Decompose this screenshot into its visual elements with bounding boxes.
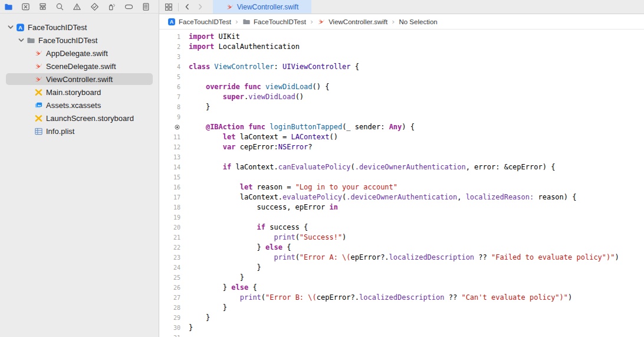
line-number[interactable]: 19 [159,212,184,223]
code-line[interactable]: 20 if success { [159,223,644,233]
line-number[interactable]: 5 [159,72,184,82]
line-number[interactable]: 24 [159,263,184,273]
line-number[interactable]: 2 [159,42,184,52]
ibaction-connector-icon[interactable] [159,122,184,132]
code-line[interactable]: 2import LocalAuthentication [159,42,644,52]
breadcrumb-item-3[interactable]: ViewController.swift [317,18,387,26]
navigate-back-button[interactable] [182,2,192,12]
line-number[interactable]: 8 [159,102,184,112]
code-token: ?? [474,253,491,261]
line-number[interactable]: 6 [159,82,184,92]
sidebar-item-appdelegate-swift[interactable]: AppDelegate.swift [0,47,159,60]
tab-viewcontroller-swift[interactable]: ViewController.swift [213,0,311,14]
line-number[interactable]: 28 [159,303,184,313]
sidebar-item-launchscreen-storyboard[interactable]: LaunchScreen.storyboard [0,112,159,125]
source-editor[interactable]: 1import UIKit2import LocalAuthentication… [159,30,644,337]
navigate-forward-button[interactable] [195,2,205,12]
related-items-grid-icon[interactable] [164,2,173,12]
sidebar-item-main-storyboard[interactable]: Main.storyboard [0,86,159,99]
code-line[interactable]: 1import UIKit [159,32,644,42]
breadcrumb-item-2[interactable]: FaceTouchIDTest [242,18,306,26]
line-number[interactable]: 27 [159,293,184,303]
navigator-tab-find-navigator[interactable] [55,2,64,11]
code-token: } [189,273,244,282]
breadcrumb-label: FaceTouchIDTest [254,18,306,25]
code-line[interactable]: 7 super.viewDidLoad() [159,92,644,102]
line-number[interactable]: 18 [159,202,184,212]
line-number[interactable]: 3 [159,52,184,62]
code-line[interactable]: 29 } [159,313,644,323]
sidebar-item-viewcontroller-swift[interactable]: ViewController.swift [0,73,159,86]
line-number[interactable]: 22 [159,243,184,253]
navigator-tab-issue-navigator[interactable] [73,2,81,11]
code-line[interactable]: 17 laContext.evaluatePolicy(.deviceOwner… [159,192,644,202]
code-line[interactable]: 9 [159,112,644,122]
sidebar-item-facetouchidtest[interactable]: FaceTouchIDTest [0,34,159,47]
code-line[interactable]: 28 } [159,303,644,313]
code-line-text: let reason = "Log in to your account" [184,182,397,192]
sidebar-item-assets-xcassets[interactable]: Assets.xcassets [0,99,159,112]
code-line[interactable]: 5 [159,72,644,82]
disclosure-triangle[interactable] [17,35,26,45]
line-number[interactable]: 7 [159,92,184,102]
breadcrumb-item-1[interactable]: AFaceTouchIDTest [167,18,231,26]
line-number[interactable]: 30 [159,323,184,333]
line-number[interactable]: 23 [159,253,184,263]
code-line[interactable]: 23 print("Error A: \(epError?.localizedD… [159,253,644,263]
code-token: NSError [278,143,308,151]
code-line[interactable]: 16 let reason = "Log in to your account" [159,182,644,192]
line-number[interactable]: 4 [159,62,184,72]
line-number[interactable]: 29 [159,313,184,323]
line-number[interactable]: 20 [159,223,184,233]
navigator-tab-breakpoint-navigator[interactable] [124,2,133,11]
code-line-text: print("Error A: \(epError?.localizedDesc… [184,253,619,263]
line-number[interactable]: 15 [159,172,184,182]
line-number[interactable]: 9 [159,112,184,122]
code-line[interactable]: 3 [159,52,644,62]
code-line[interactable]: 15 [159,172,644,182]
line-number[interactable]: 31 [159,333,184,337]
code-line[interactable]: 13 [159,152,644,162]
line-number[interactable]: 17 [159,192,184,202]
code-line[interactable]: 25 } [159,273,644,283]
line-number[interactable]: 26 [159,283,184,293]
code-line[interactable]: 4class ViewController: UIViewController … [159,62,644,72]
navigator-tab-project-navigator[interactable] [4,2,13,11]
line-number[interactable]: 1 [159,32,184,42]
navigator-tab-debug-navigator[interactable] [107,2,116,11]
code-line-text: let laContext = LAContext() [184,132,338,142]
line-number[interactable]: 16 [159,182,184,192]
code-line[interactable]: 12 var cepError:NSError? [159,142,644,152]
code-line[interactable]: 18 success, epError in [159,202,644,212]
code-token [189,143,223,151]
navigator-tab-symbol-navigator[interactable] [38,2,47,11]
line-number[interactable]: 13 [159,152,184,162]
disclosure-triangle[interactable] [6,22,15,32]
line-number[interactable]: 12 [159,142,184,152]
sidebar-item-info-plist[interactable]: Info.plist [0,125,159,138]
code-line[interactable]: 26 } else { [159,283,644,293]
line-number[interactable]: 14 [159,162,184,172]
code-line[interactable]: 19 [159,212,644,223]
code-line[interactable]: @IBAction func loginButtonTapped(_ sende… [159,122,644,132]
line-number[interactable]: 21 [159,233,184,243]
code-line[interactable]: 11 let laContext = LAContext() [159,132,644,142]
code-line[interactable]: 30} [159,323,644,333]
code-line[interactable]: 8 } [159,102,644,112]
code-line[interactable]: 31 [159,333,644,337]
code-line[interactable]: 22 } else { [159,243,644,253]
breadcrumb-item-4[interactable]: No Selection [399,18,437,25]
code-token: "Error A: \( [300,253,351,261]
navigator-tab-source-control-navigator[interactable] [21,2,30,11]
line-number[interactable]: 11 [159,132,184,142]
code-line[interactable]: 6 override func viewDidLoad() { [159,82,644,92]
sidebar-item-scenedelegate-swift[interactable]: SceneDelegate.swift [0,60,159,73]
code-line[interactable]: 24 } [159,263,644,273]
navigator-tab-report-navigator[interactable] [142,2,150,11]
navigator-tab-test-navigator[interactable] [90,2,99,11]
code-line[interactable]: 21 print("Success!") [159,233,644,243]
code-line[interactable]: 27 print("Error B: \(cepError?.localized… [159,293,644,303]
sidebar-item-facetouchidtest[interactable]: AFaceTouchIDTest [0,21,159,34]
line-number[interactable]: 25 [159,273,184,283]
code-line[interactable]: 14 if laContext.canEvaluatePolicy(.devic… [159,162,644,172]
